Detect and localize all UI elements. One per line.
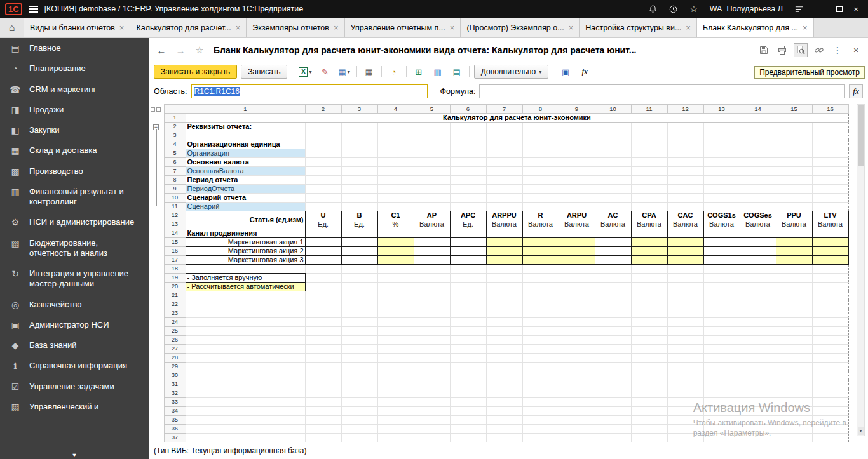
sheet-cell[interactable] — [703, 238, 740, 247]
metric-unit-cell[interactable]: Валюта — [631, 220, 667, 229]
sheet-cell[interactable] — [559, 185, 595, 194]
sheet-cell[interactable] — [559, 274, 595, 283]
sheet-cell[interactable] — [559, 167, 595, 176]
back-button[interactable]: ← — [154, 43, 169, 57]
formula-fx-button[interactable]: fx — [849, 84, 863, 98]
metric-unit-cell[interactable]: Валюта — [522, 220, 559, 229]
row-header[interactable]: 32 — [164, 389, 186, 398]
row-header[interactable]: 23 — [164, 309, 186, 318]
sheet-cell[interactable] — [812, 309, 848, 318]
sheet-cell[interactable] — [486, 203, 522, 211]
sheet-cell[interactable] — [776, 140, 812, 149]
row-header[interactable]: 33 — [164, 398, 186, 407]
sheet-cell[interactable] — [667, 283, 703, 291]
forward-button[interactable]: → — [173, 43, 188, 57]
sheet-cell[interactable] — [776, 265, 812, 274]
sheet-cell[interactable] — [522, 185, 559, 194]
sheet-cell[interactable]: Маркетинговая акция 2 — [186, 247, 305, 256]
sheet-cell[interactable] — [414, 194, 450, 203]
sheet-cell[interactable] — [486, 123, 522, 131]
sheet-cell[interactable] — [703, 363, 740, 371]
sheet-cell[interactable] — [667, 425, 703, 434]
sheet-cell[interactable] — [740, 265, 776, 274]
sheet-cell[interactable] — [305, 354, 341, 363]
sheet-cell[interactable] — [522, 274, 559, 283]
sheet-cell[interactable] — [667, 185, 703, 194]
sheet-cell[interactable] — [740, 425, 776, 434]
sheet-cell[interactable] — [595, 238, 631, 247]
sheet-cell[interactable] — [631, 149, 667, 158]
sheet-cell[interactable]: Основная валюта — [186, 158, 305, 167]
sheet-cell[interactable] — [776, 123, 812, 131]
metric-header-cell[interactable]: APC — [450, 211, 486, 220]
sheet-cell[interactable] — [450, 256, 486, 265]
sheet-cell[interactable] — [377, 131, 414, 140]
sheet-cell[interactable] — [414, 416, 450, 425]
sheet-cell[interactable] — [667, 300, 703, 309]
sheet-cell[interactable]: Канал продвижения — [186, 229, 305, 238]
sheet-cell[interactable] — [450, 158, 486, 167]
sheet-cell[interactable] — [559, 265, 595, 274]
sheet-cell[interactable] — [341, 176, 377, 185]
sheet-cell[interactable] — [377, 140, 414, 149]
sheet-cell[interactable] — [631, 300, 667, 309]
sheet-cell[interactable] — [667, 318, 703, 327]
row-header[interactable]: 34 — [164, 407, 186, 416]
sheet-cell[interactable] — [776, 185, 812, 194]
sheet-cell[interactable] — [450, 123, 486, 131]
sheet-cell[interactable]: - Заполняется вручную — [186, 274, 305, 283]
sheet-cell[interactable] — [740, 203, 776, 211]
sheet-cell[interactable] — [486, 167, 522, 176]
sheet-cell[interactable] — [486, 380, 522, 389]
sheet-cell[interactable] — [341, 131, 377, 140]
sheet-cell[interactable] — [486, 194, 522, 203]
sheet-cell[interactable] — [776, 434, 812, 442]
sheet-cell[interactable] — [450, 380, 486, 389]
sheet-cell[interactable] — [522, 158, 559, 167]
sheet-cell[interactable] — [559, 131, 595, 140]
row-header[interactable]: 9 — [164, 185, 186, 194]
sheet-cell[interactable] — [414, 274, 450, 283]
sheet-cell[interactable] — [703, 158, 740, 167]
sheet-cell[interactable]: Организационная единица — [186, 140, 305, 149]
sheet-cell[interactable] — [631, 131, 667, 140]
sheet-cell[interactable] — [377, 416, 414, 425]
sheet-cell[interactable] — [522, 336, 559, 345]
sheet-cell[interactable] — [667, 158, 703, 167]
sheet-cell[interactable] — [377, 283, 414, 291]
sheet-cell[interactable] — [341, 389, 377, 398]
sheet-cell[interactable] — [341, 363, 377, 371]
sheet-cell[interactable] — [305, 229, 341, 238]
sheet-cell[interactable] — [595, 416, 631, 425]
sheet-title-cell[interactable]: Калькулятор для расчета юнит-экономики — [186, 114, 848, 123]
current-user[interactable]: WA_Полударьева Л — [710, 4, 783, 13]
sheet-cell[interactable] — [414, 318, 450, 327]
sheet-cell[interactable] — [740, 434, 776, 442]
sheet-cell[interactable] — [414, 371, 450, 380]
sheet-cell[interactable] — [595, 291, 631, 300]
row-header[interactable]: 3 — [164, 131, 186, 140]
sheet-cell[interactable] — [186, 363, 305, 371]
sheet-cell[interactable] — [703, 149, 740, 158]
sheet-cell[interactable] — [450, 131, 486, 140]
sheet-cell[interactable] — [414, 238, 450, 247]
sheet-cell[interactable] — [522, 247, 559, 256]
sheet-cell[interactable] — [812, 247, 848, 256]
sheet-cell[interactable] — [522, 434, 559, 442]
sheet-cell[interactable] — [377, 407, 414, 416]
sheet-cell[interactable] — [450, 291, 486, 300]
sheet-cell[interactable] — [450, 300, 486, 309]
row-header[interactable]: 14 — [164, 229, 186, 238]
tab-5[interactable]: (Просмотр) Экземпляр о...× — [461, 18, 580, 37]
sheet-cell[interactable] — [377, 247, 414, 256]
sheet-cell[interactable] — [776, 425, 812, 434]
sheet-cell[interactable] — [667, 398, 703, 407]
sheet-cell[interactable] — [450, 425, 486, 434]
sheet-cell[interactable] — [377, 229, 414, 238]
sheet-cell[interactable] — [667, 345, 703, 354]
sheet-cell[interactable] — [450, 167, 486, 176]
sheet-cell[interactable] — [341, 354, 377, 363]
sheet-cell[interactable] — [776, 327, 812, 336]
sidebar-item-5[interactable]: ◧Закупки — [0, 120, 149, 140]
sheet-cell[interactable] — [414, 327, 450, 336]
